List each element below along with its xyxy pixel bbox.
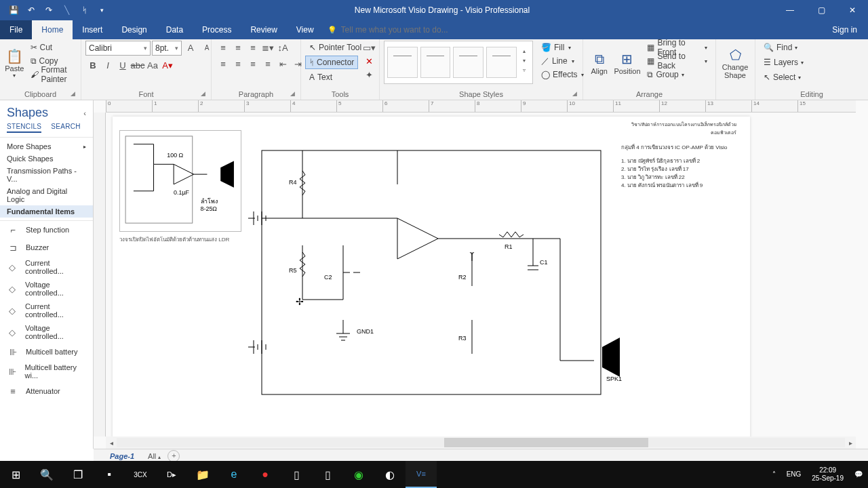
cut-button[interactable]: ✂Cut [26,41,77,54]
doc2-icon[interactable]: ▯ [312,461,343,488]
align-middle-icon[interactable]: ≡ [231,41,245,54]
chrome-icon[interactable]: ◐ [374,461,406,488]
style-swatch[interactable] [420,47,451,78]
font-family-combo[interactable]: Calibri▾ [85,41,151,56]
file-explorer-icon[interactable]: 📁 [187,461,218,488]
page-tab[interactable]: Page-1 [103,451,141,462]
undo-icon[interactable]: ↶ [23,3,39,18]
edge-icon[interactable]: e [218,461,250,488]
format-painter-button[interactable]: 🖌Format Painter [26,68,77,81]
tab-insert[interactable]: Insert [73,20,112,39]
all-pages[interactable]: All ▴ [148,452,161,460]
tray-overflow-icon[interactable]: ˄ [767,470,781,479]
tab-view[interactable]: View [287,20,323,39]
dialog-launcher-icon[interactable]: ◢ [290,90,298,98]
tray-clock[interactable]: 22:0925-Sep-19 [806,466,849,483]
connection-point-icon[interactable]: ✦ [361,68,376,81]
h-scrollbar[interactable]: ◂ ▸ [106,436,856,449]
style-gallery[interactable]: ▴▾▿ [384,41,533,84]
maximize-button[interactable]: ▢ [806,0,837,20]
search-icon[interactable]: 🔍 [31,461,62,488]
tab-review[interactable]: Review [241,20,286,39]
font-size-combo[interactable]: 8pt.▾ [152,41,182,56]
style-swatch[interactable] [387,47,418,78]
tray-lang[interactable]: ENG [781,470,807,479]
cat-quick-shapes[interactable]: Quick Shapes [0,152,93,165]
scroll-thumb[interactable] [444,438,648,447]
tab-data[interactable]: Data [157,20,193,39]
shape-item[interactable]: ◇Current controlled... [0,256,93,278]
layers-button[interactable]: ☰Layers▾ [760,56,808,69]
line-app-icon[interactable]: ◉ [343,461,374,488]
text-tool-button[interactable]: AText [305,70,336,84]
pointer-tool-button[interactable]: ↖Pointer Tool [305,41,366,54]
effects-button[interactable]: ◯Effects▾ [537,68,588,81]
paste-button[interactable]: 📋 Paste ▾ [4,41,25,85]
justify-icon[interactable]: ≡ [260,57,275,70]
scroll-left-icon[interactable]: ◂ [106,439,117,447]
close-button[interactable]: ✕ [837,0,868,20]
cat-more-shapes[interactable]: More Shapes▸ [0,140,93,152]
scroll-right-icon[interactable]: ▸ [845,439,856,447]
record-icon[interactable]: ● [250,461,281,488]
dialog-launcher-icon[interactable]: ◢ [201,90,209,98]
stencils-tab[interactable]: STENCILS [7,123,41,133]
find-button[interactable]: 🔍Find▾ [760,41,802,54]
cat-analog-digital[interactable]: Analog and Digital Logic [0,185,93,205]
minimize-button[interactable]: — [774,0,806,20]
search-tab[interactable]: SEARCH [51,123,80,133]
tab-design[interactable]: Design [112,20,156,39]
rectangle-tool-icon[interactable]: ▭▾ [361,41,376,54]
connector-button[interactable]: ᛋConnector [305,56,358,69]
send-back-button[interactable]: ▦Send to Back▾ [643,54,711,68]
style-swatch[interactable] [453,47,484,78]
canvas-area[interactable]: 0123456789101112131415 100 Ω 0.1µF 8-25Ω… [94,100,868,449]
app-3cx-icon[interactable]: 3CX [125,461,156,488]
bullets-icon[interactable]: ≣▾ [260,41,275,54]
text-direction-icon[interactable]: ↕A [275,41,290,54]
action-center-icon[interactable]: 💬 [849,470,868,479]
tell-me-input[interactable] [341,25,490,35]
tab-file[interactable]: File [0,20,32,39]
case-icon[interactable]: Aa [145,58,160,72]
gallery-down-icon[interactable]: ▾ [519,58,530,67]
redo-icon[interactable]: ↷ [41,3,57,18]
bold-icon[interactable]: B [85,58,100,72]
shape-item[interactable]: ◇Voltage controlled... [0,278,93,300]
select-button[interactable]: ↖Select▾ [760,70,805,84]
dialog-launcher-icon[interactable]: ◢ [71,90,79,98]
cat-transmission[interactable]: Transmission Paths - V... [0,165,93,185]
decrease-indent-icon[interactable]: ⇤ [275,57,290,70]
align-left-icon[interactable]: ≡ [216,57,231,70]
font-color-icon[interactable]: A▾ [160,58,175,72]
save-icon[interactable]: 💾 [5,3,22,18]
doc-icon[interactable]: ▯ [281,461,312,488]
group-button[interactable]: ⧉Group▾ [643,68,711,81]
change-shape-button[interactable]: ⬠Change Shape [720,41,750,85]
shape-item[interactable]: ⌐Step function [0,221,93,239]
start-button[interactable]: ⊞ [0,461,31,488]
style-swatch[interactable] [486,47,517,78]
align-center-icon[interactable]: ≡ [231,57,245,70]
terminal-icon[interactable]: ▪ [94,461,125,488]
strike-icon[interactable]: abc [130,58,145,72]
align-button[interactable]: ⧉Align [587,41,611,85]
grow-font-icon[interactable]: A [183,41,198,54]
collapse-pane-icon[interactable]: ‹ [83,109,86,117]
fill-button[interactable]: 🪣Fill▾ [537,41,588,54]
underline-icon[interactable]: U [115,58,130,72]
connector-tool-icon[interactable]: ᛋ [76,3,92,18]
align-bottom-icon[interactable]: ≡ [245,41,260,54]
task-view-icon[interactable]: ❐ [62,461,94,488]
delete-connector-icon[interactable]: ✕ [361,54,376,68]
gallery-up-icon[interactable]: ▴ [519,48,530,58]
add-page-button[interactable]: + [167,450,180,462]
drawing-page[interactable]: 100 Ω 0.1µF 8-25Ω ลำโพง วงจรเปิดปิดไฟอัต… [113,117,750,449]
shape-item[interactable]: ≡Attenuator [0,382,93,400]
tab-home[interactable]: Home [32,20,73,39]
app-d-icon[interactable]: D▸ [156,461,187,488]
align-top-icon[interactable]: ≡ [216,41,231,54]
shape-item[interactable]: ◇Current controlled... [0,300,93,321]
shape-item[interactable]: ⊪Multicell battery wi... [0,361,93,382]
shape-item[interactable]: ◇Voltage controlled... [0,321,93,343]
